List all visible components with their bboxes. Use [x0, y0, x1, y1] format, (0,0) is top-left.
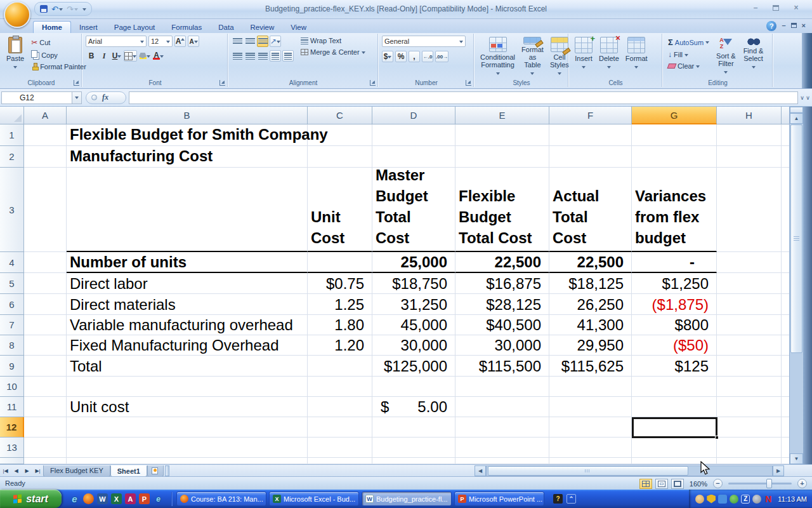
cell-B8[interactable]: Fixed Manufacturing Overhead	[67, 335, 308, 356]
cell[interactable]	[24, 252, 67, 273]
col-header-B[interactable]: B	[67, 107, 308, 124]
quicklaunch-firefox-icon[interactable]	[83, 493, 94, 504]
workbook-restore-button[interactable]	[791, 21, 797, 31]
font-size-select[interactable]: 12	[148, 36, 173, 47]
align-top-button[interactable]	[232, 36, 243, 47]
cell-D7[interactable]: 45,000	[372, 315, 455, 335]
row-header-6[interactable]: 6	[0, 294, 24, 315]
cell[interactable]	[632, 146, 717, 168]
taskbar-button-course[interactable]: Course: BA 213: Man...	[176, 491, 266, 506]
number-format-select[interactable]: General	[382, 36, 466, 47]
increase-indent-button[interactable]	[282, 50, 294, 62]
cell[interactable]	[717, 273, 782, 294]
cell[interactable]	[308, 458, 372, 464]
cell[interactable]	[24, 377, 67, 397]
cell[interactable]	[308, 252, 372, 273]
cell-styles-button[interactable]: Cell Styles	[547, 36, 572, 78]
tab-view[interactable]: View	[282, 22, 315, 33]
tab-page-layout[interactable]: Page Layout	[106, 22, 164, 33]
cell[interactable]	[67, 417, 308, 438]
find-select-button[interactable]: Find & Select	[741, 36, 766, 78]
decrease-decimal-button[interactable]: .00→	[435, 51, 449, 62]
minimize-button[interactable]: –	[749, 4, 763, 13]
format-cells-button[interactable]: Format	[623, 36, 650, 78]
cell-B3[interactable]	[67, 168, 308, 252]
tray-shield-icon[interactable]	[707, 495, 716, 504]
quicklaunch-word-icon[interactable]: W	[97, 493, 108, 504]
cell-E3[interactable]: Flexible Budget Total Cost	[455, 168, 549, 252]
italic-button[interactable]: I	[98, 50, 110, 62]
workbook-minimize-button[interactable]: –	[782, 21, 785, 31]
cell[interactable]	[372, 124, 455, 146]
cell[interactable]	[717, 315, 782, 335]
cell-F7[interactable]: 41,300	[549, 315, 632, 335]
col-header-H[interactable]: H	[717, 107, 782, 124]
merge-center-button[interactable]: Merge & Center	[299, 48, 367, 57]
cell[interactable]	[632, 397, 717, 417]
row-header-12-selected[interactable]: 12	[0, 417, 24, 438]
page-break-view-button[interactable]	[671, 479, 684, 489]
cell-E8[interactable]: 30,000	[455, 335, 549, 356]
select-all-corner[interactable]	[0, 107, 24, 124]
col-header-F[interactable]: F	[549, 107, 632, 124]
grow-font-button[interactable]: A	[174, 36, 186, 47]
cell[interactable]	[67, 438, 308, 458]
cell-B5[interactable]: Direct labor	[67, 273, 308, 294]
last-sheet-button[interactable]: ▶|	[32, 465, 43, 476]
zoom-level[interactable]: 160%	[690, 480, 707, 488]
clear-button[interactable]: Clear	[666, 62, 711, 70]
cell-G6[interactable]: ($1,875)	[632, 294, 717, 315]
cell[interactable]	[24, 146, 67, 168]
row-header-7[interactable]: 7	[0, 315, 24, 335]
quicklaunch-excel-icon[interactable]: X	[111, 493, 122, 504]
cell-C5[interactable]: $0.75	[308, 273, 372, 294]
cell-D8[interactable]: 30,000	[372, 335, 455, 356]
sheet-tab-sheet1-active[interactable]: Sheet1	[110, 465, 147, 477]
name-box[interactable]: G12	[1, 91, 72, 104]
cell-C3[interactable]: Unit Cost	[308, 168, 372, 252]
fill-button[interactable]: ↓Fill	[666, 50, 711, 60]
percent-style-button[interactable]: %	[395, 51, 407, 62]
insert-worksheet-button[interactable]	[147, 465, 164, 477]
fill-handle[interactable]	[715, 436, 719, 439]
cell[interactable]	[24, 315, 67, 335]
row-header-1[interactable]: 1	[0, 124, 24, 146]
cell[interactable]	[24, 273, 67, 294]
sheet-tab-flex-budget-key[interactable]: Flex Budget KEY	[43, 465, 110, 477]
number-dialog-launcher[interactable]	[466, 80, 471, 86]
scroll-left-button[interactable]: ◀	[475, 465, 486, 476]
tray-volume-icon[interactable]	[752, 495, 761, 504]
zoom-slider-handle[interactable]	[766, 479, 772, 488]
tab-home[interactable]: Home	[33, 21, 71, 33]
row-header-2[interactable]: 2	[0, 146, 24, 168]
cell[interactable]	[717, 458, 782, 464]
format-painter-button[interactable]: Format Painter	[29, 62, 88, 71]
wrap-text-button[interactable]: Wrap Text	[299, 36, 367, 45]
cell[interactable]	[632, 124, 717, 146]
cell[interactable]	[632, 438, 717, 458]
cell-D4[interactable]: 25,000	[372, 252, 455, 273]
cell[interactable]	[717, 252, 782, 273]
zoom-slider-track[interactable]	[728, 483, 792, 485]
cell[interactable]	[308, 397, 372, 417]
font-dialog-launcher[interactable]	[219, 80, 225, 86]
cell-B6[interactable]: Direct materials	[67, 294, 308, 315]
start-button[interactable]: start	[0, 490, 62, 508]
cell-E4[interactable]: 22,500	[455, 252, 549, 273]
cell[interactable]	[717, 146, 782, 168]
close-button[interactable]: ×	[789, 4, 803, 13]
decrease-indent-button[interactable]	[270, 50, 281, 62]
row-header-9[interactable]: 9	[0, 356, 24, 377]
cell-B11[interactable]: Unit cost	[67, 397, 308, 417]
zoom-out-button[interactable]: −	[713, 479, 723, 488]
restore-button[interactable]	[769, 4, 783, 13]
active-cell-selection[interactable]	[632, 417, 717, 438]
scroll-up-button[interactable]: ▲	[790, 113, 803, 124]
alignment-dialog-launcher[interactable]	[370, 80, 376, 86]
cell-B7[interactable]: Variable manufacturing overhead	[67, 315, 308, 335]
cell[interactable]	[24, 356, 67, 377]
next-sheet-button[interactable]: ▶	[22, 465, 32, 476]
tray-utility-icon[interactable]	[718, 495, 727, 504]
cell[interactable]	[372, 417, 455, 438]
scroll-down-button[interactable]: ▼	[790, 453, 803, 464]
